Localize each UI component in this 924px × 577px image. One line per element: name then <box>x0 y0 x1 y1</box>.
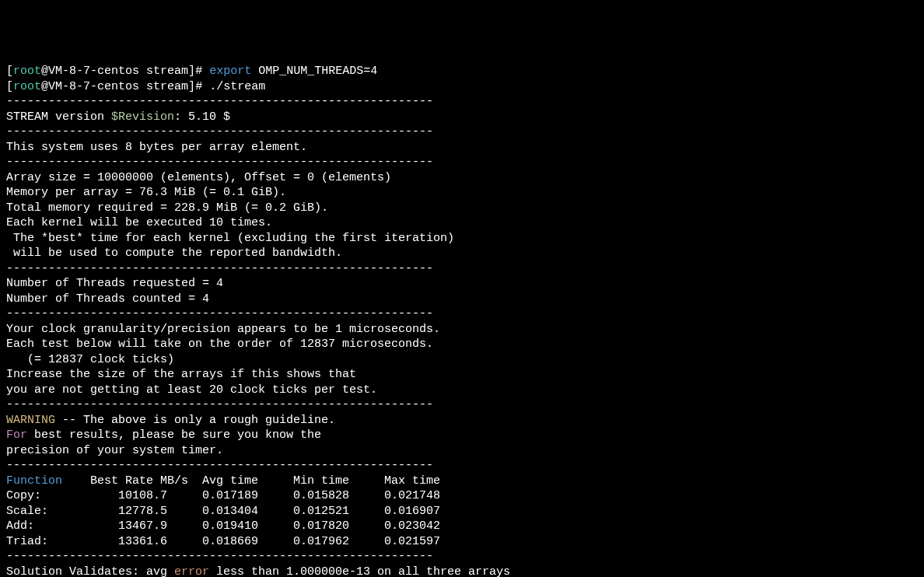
clock-granularity: Your clock granularity/precision appears… <box>6 322 918 337</box>
prompt-line-2: [root@VM-8-7-centos stream]# ./stream <box>6 79 918 95</box>
separator: ----------------------------------------… <box>6 261 918 277</box>
solution-pre: Solution Validates: avg <box>6 565 174 578</box>
separator: ----------------------------------------… <box>6 458 918 474</box>
version-post: : 5.10 $ <box>174 110 230 124</box>
prompt-hash: # <box>195 80 209 93</box>
table-row: Triad: 13361.6 0.018669 0.017962 0.02159… <box>6 534 918 550</box>
error-word: error <box>174 565 209 578</box>
solution-post: less than 1.000000e-13 on all three arra… <box>209 565 510 578</box>
array-size: Array size = 10000000 (elements), Offset… <box>6 170 918 186</box>
table-row: Scale: 12778.5 0.013404 0.012521 0.01690… <box>6 504 918 519</box>
prompt-hash: # <box>195 65 209 78</box>
prompt-user: root <box>13 65 41 78</box>
kernel-exec: Each kernel will be executed 10 times. <box>6 215 918 231</box>
prompt-path: stream <box>146 80 188 93</box>
version-pre: STREAM version <box>6 110 111 124</box>
for-word: For <box>6 428 27 442</box>
cmd-stream: ./stream <box>209 80 265 93</box>
for-rest: best results, please be sure you know th… <box>27 428 321 442</box>
separator: ----------------------------------------… <box>6 306 918 322</box>
prompt-host: VM-8-7-centos <box>48 80 139 93</box>
table-header: Function Best Rate MB/s Avg time Min tim… <box>6 474 918 489</box>
prompt-space <box>139 80 146 93</box>
clock-ticks: (= 12837 clock ticks) <box>6 352 918 368</box>
each-test: Each test below will take on the order o… <box>6 337 918 352</box>
prompt-path: stream <box>146 65 188 78</box>
for-line: For best results, please be sure you kno… <box>6 428 918 443</box>
prompt-close: ] <box>188 80 195 93</box>
function-header: Function <box>6 474 62 488</box>
total-memory: Total memory required = 228.9 MiB (= 0.2… <box>6 201 918 216</box>
prompt-open: [ <box>6 80 13 93</box>
prompt-at: @ <box>41 80 48 93</box>
warning-rest: -- The above is only a rough guideline. <box>55 414 335 427</box>
prompt-open: [ <box>6 65 13 78</box>
separator: ----------------------------------------… <box>6 155 918 170</box>
best-time-2: will be used to compute the reported ban… <box>6 246 918 261</box>
best-time-1: The *best* time for each kernel (excludi… <box>6 231 918 247</box>
terminal-output[interactable]: [root@VM-8-7-centos stream]# export OMP_… <box>6 64 918 577</box>
separator: ----------------------------------------… <box>6 549 918 565</box>
prompt-host: VM-8-7-centos <box>48 65 139 78</box>
revision-text: $Revision <box>111 110 174 124</box>
system-bytes: This system uses 8 bytes per array eleme… <box>6 140 918 156</box>
separator: ----------------------------------------… <box>6 397 918 413</box>
table-row: Copy: 10108.7 0.017189 0.015828 0.021748 <box>6 488 918 504</box>
separator: ----------------------------------------… <box>6 124 918 140</box>
cmd-export: export <box>209 65 251 78</box>
memory-per-array: Memory per array = 76.3 MiB (= 0.1 GiB). <box>6 185 918 201</box>
solution-line: Solution Validates: avg error less than … <box>6 565 918 578</box>
separator: ----------------------------------------… <box>6 94 918 110</box>
prompt-user: root <box>13 80 41 93</box>
precision-line: precision of your system timer. <box>6 443 918 459</box>
table-row: Add: 13467.9 0.019410 0.017820 0.023042 <box>6 519 918 534</box>
table-header-rest: Best Rate MB/s Avg time Min time Max tim… <box>62 474 440 488</box>
version-line: STREAM version $Revision: 5.10 $ <box>6 110 918 125</box>
increase-2: you are not getting at least 20 clock ti… <box>6 383 918 398</box>
prompt-line-1: [root@VM-8-7-centos stream]# export OMP_… <box>6 64 918 79</box>
prompt-at: @ <box>41 65 48 78</box>
increase-1: Increase the size of the arrays if this … <box>6 367 918 383</box>
warning-word: WARNING <box>6 414 55 427</box>
cmd-export-args: OMP_NUM_THREADS=4 <box>251 65 377 78</box>
threads-counted: Number of Threads counted = 4 <box>6 292 918 307</box>
prompt-close: ] <box>188 65 195 78</box>
threads-requested: Number of Threads requested = 4 <box>6 276 918 292</box>
prompt-space <box>139 65 146 78</box>
warning-line: WARNING -- The above is only a rough gui… <box>6 413 918 428</box>
